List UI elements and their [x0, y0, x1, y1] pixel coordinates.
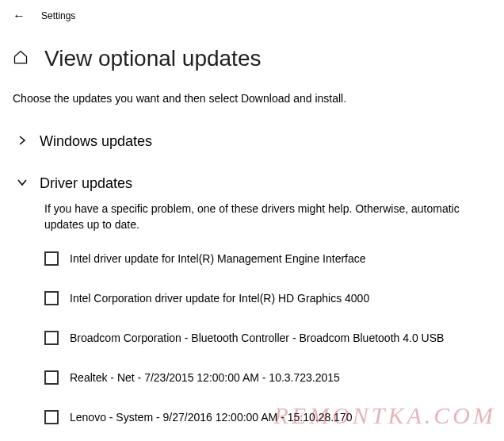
- list-item[interactable]: Broadcom Corporation - Bluetooth Control…: [44, 318, 491, 358]
- instruction-text: Choose the updates you want and then sel…: [0, 78, 504, 111]
- home-icon[interactable]: [13, 49, 29, 69]
- driver-updates-label: Driver updates: [40, 175, 132, 192]
- update-label: Intel Corporation driver update for Inte…: [70, 292, 369, 305]
- windows-updates-label: Windows updates: [40, 133, 152, 150]
- header-bar: ← Settings: [0, 0, 504, 32]
- update-label: Lenovo - System - 9/27/2016 12:00:00 AM …: [70, 411, 352, 424]
- checkbox[interactable]: [44, 331, 59, 345]
- title-row: View optional updates: [0, 32, 504, 78]
- back-arrow-icon[interactable]: ←: [13, 10, 25, 22]
- checkbox[interactable]: [44, 410, 59, 424]
- driver-updates-body: If you have a specific problem, one of t…: [13, 195, 491, 437]
- chevron-down-icon: [17, 178, 30, 190]
- list-item[interactable]: Intel Corporation driver update for Inte…: [44, 278, 491, 318]
- driver-updates-section: Driver updates If you have a specific pr…: [0, 153, 504, 437]
- driver-updates-description: If you have a specific problem, one of t…: [44, 201, 491, 239]
- windows-updates-section: Windows updates: [0, 111, 504, 153]
- checkbox[interactable]: [44, 370, 59, 385]
- update-label: Realtek - Net - 7/23/2015 12:00:00 AM - …: [70, 371, 340, 384]
- list-item[interactable]: Intel driver update for Intel(R) Managem…: [44, 239, 491, 278]
- checkbox[interactable]: [44, 251, 59, 266]
- windows-updates-toggle[interactable]: Windows updates: [13, 111, 491, 153]
- checkbox[interactable]: [44, 291, 59, 305]
- chevron-right-icon: [17, 136, 30, 148]
- list-item[interactable]: Lenovo - System - 9/27/2016 12:00:00 AM …: [44, 397, 491, 437]
- page-title: View optional updates: [44, 46, 261, 71]
- list-item[interactable]: Realtek - Net - 7/23/2015 12:00:00 AM - …: [44, 358, 491, 397]
- update-label: Intel driver update for Intel(R) Managem…: [70, 252, 366, 265]
- update-label: Broadcom Corporation - Bluetooth Control…: [70, 332, 444, 344]
- settings-breadcrumb: Settings: [41, 10, 75, 21]
- driver-updates-toggle[interactable]: Driver updates: [13, 153, 491, 195]
